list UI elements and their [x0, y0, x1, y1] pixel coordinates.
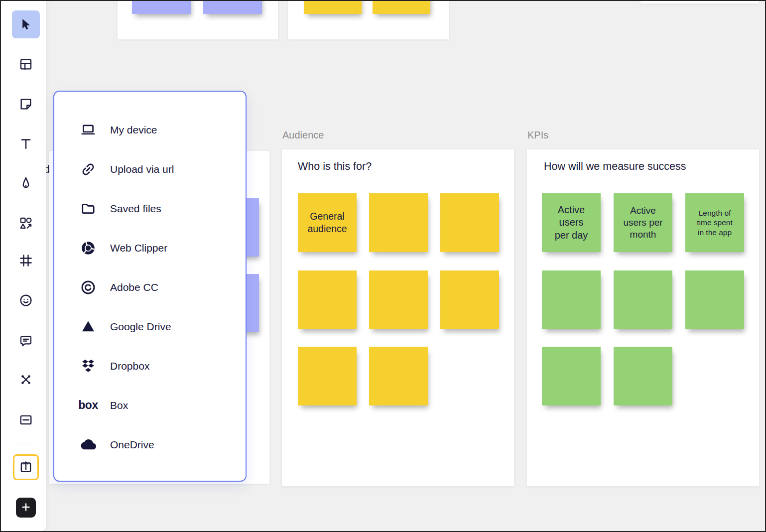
frame-partial-top-left[interactable]	[117, 0, 278, 40]
frame-partial-top-right[interactable]	[640, 0, 760, 4]
sticky-note[interactable]	[440, 193, 499, 252]
menu-item-upload-via-url[interactable]: Upload via url	[54, 149, 246, 189]
menu-item-label: Box	[110, 399, 128, 411]
frame-kpis[interactable]: How will we measure success Active users…	[526, 149, 760, 487]
tool-upload[interactable]	[13, 454, 39, 480]
frame-audience[interactable]: Who is this for? General audience	[281, 149, 514, 487]
cursor-icon	[19, 17, 33, 31]
sticky-note[interactable]	[685, 270, 744, 329]
tool-stickers[interactable]	[14, 288, 38, 312]
pen-icon	[18, 176, 33, 191]
add-button[interactable]	[16, 498, 36, 518]
upload-icon	[18, 460, 33, 475]
sticky-note[interactable]	[304, 0, 362, 14]
toolbar-divider	[13, 443, 34, 443]
menu-item-saved-files[interactable]: Saved files	[54, 189, 246, 228]
sticky-note[interactable]: Length of time spent in the app	[685, 193, 744, 252]
frame-icon	[18, 253, 33, 268]
sticky-note[interactable]	[369, 193, 428, 252]
frame-kpis-title[interactable]: How will we measure success	[544, 160, 686, 173]
text-icon	[18, 136, 33, 151]
tool-select[interactable]	[12, 10, 40, 38]
chrome-icon	[78, 238, 98, 258]
sticky-note[interactable]: Active users per month	[614, 193, 672, 252]
tool-text[interactable]	[14, 132, 38, 156]
tool-card[interactable]	[14, 408, 38, 432]
tool-sticky-note[interactable]	[14, 92, 38, 116]
menu-item-label: Web Clipper	[110, 242, 167, 254]
sticky-note[interactable]	[132, 0, 191, 14]
link-icon	[78, 159, 98, 179]
plus-icon	[20, 502, 31, 514]
sticky-note[interactable]	[373, 0, 430, 14]
tool-pen[interactable]	[14, 171, 38, 195]
templates-icon	[18, 57, 33, 72]
dropbox-icon	[78, 356, 98, 376]
sticky-note[interactable]	[298, 347, 357, 405]
menu-item-label: Dropbox	[110, 360, 149, 372]
tool-apps[interactable]	[14, 368, 38, 392]
frame-audience-title[interactable]: Who is this for?	[298, 160, 372, 173]
tool-shapes[interactable]	[14, 211, 38, 235]
adobe-cc-icon	[78, 277, 98, 297]
sticky-note-icon	[18, 97, 33, 112]
shapes-icon	[18, 216, 33, 231]
sticky-note[interactable]	[440, 270, 499, 329]
menu-item-web-clipper[interactable]: Web Clipper	[54, 228, 246, 267]
tool-frame[interactable]	[14, 249, 38, 272]
sticker-icon	[18, 293, 33, 308]
menu-item-box[interactable]: box Box	[54, 386, 246, 425]
tool-comment[interactable]	[14, 329, 38, 353]
sticky-note[interactable]	[369, 347, 428, 405]
sticky-note[interactable]	[614, 270, 672, 329]
sticky-note[interactable]	[203, 0, 262, 14]
menu-item-label: Google Drive	[110, 321, 171, 333]
laptop-icon	[78, 120, 98, 140]
frame-partial-top-middle[interactable]	[287, 0, 449, 40]
whiteboard-app: d Audience Who is this for? General audi…	[0, 0, 766, 532]
comment-icon	[18, 334, 33, 349]
menu-item-onedrive[interactable]: OneDrive	[54, 425, 246, 464]
menu-item-label: Adobe CC	[110, 281, 158, 293]
menu-item-adobe-cc[interactable]: Adobe CC	[54, 267, 246, 307]
upload-menu: My device Upload via url Saved files Web…	[53, 91, 247, 482]
menu-item-my-device[interactable]: My device	[54, 110, 246, 149]
google-drive-icon	[78, 317, 98, 337]
menu-item-dropbox[interactable]: Dropbox	[54, 346, 246, 386]
sticky-note[interactable]	[542, 270, 601, 329]
frame-label-audience[interactable]: Audience	[282, 130, 324, 141]
sticky-note[interactable]	[542, 347, 601, 405]
onedrive-icon	[78, 435, 98, 455]
menu-item-label: My device	[110, 124, 157, 136]
folder-icon	[78, 199, 98, 219]
menu-item-label: Upload via url	[110, 163, 174, 175]
apps-icon	[18, 372, 33, 387]
menu-item-label: OneDrive	[110, 439, 154, 451]
frame-label-kpis[interactable]: KPIs	[527, 130, 548, 141]
sticky-note[interactable]	[369, 270, 428, 329]
menu-item-label: Saved files	[110, 203, 161, 215]
sticky-note[interactable]: Active users per day	[542, 193, 601, 252]
sticky-note[interactable]	[614, 347, 672, 405]
tool-templates[interactable]	[14, 52, 38, 76]
sticky-note[interactable]: General audience	[298, 193, 357, 252]
menu-item-google-drive[interactable]: Google Drive	[54, 307, 246, 346]
toolbar	[1, 1, 46, 531]
card-icon	[18, 412, 33, 427]
box-logo: box	[78, 396, 98, 415]
sticky-note[interactable]	[298, 270, 357, 329]
